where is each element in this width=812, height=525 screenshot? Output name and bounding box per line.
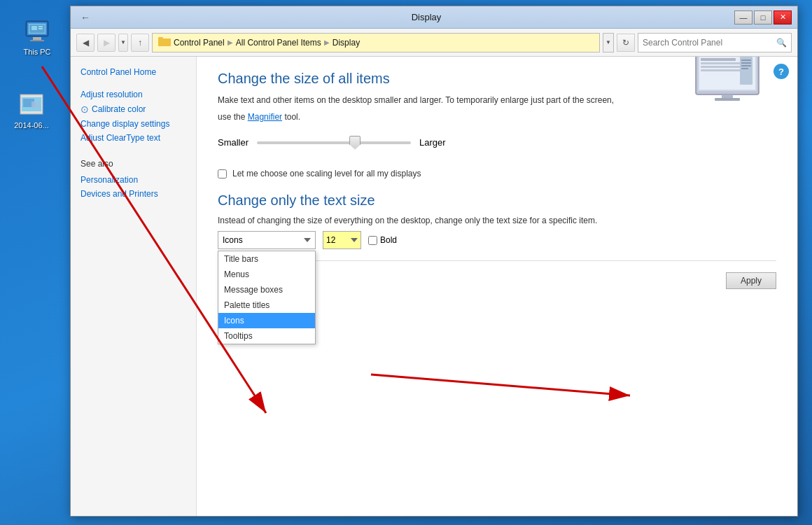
slider-max-label: Larger xyxy=(419,137,446,148)
svg-rect-14 xyxy=(158,37,163,40)
help-icon[interactable]: ? xyxy=(774,64,789,79)
scaling-checkbox-label[interactable]: Let me choose one scaling level for all … xyxy=(232,169,421,178)
content-panel: ? Change the size of all items Make text… xyxy=(197,57,797,516)
refresh-button[interactable]: ↻ xyxy=(617,34,635,52)
menu-item-icons[interactable]: Icons xyxy=(218,313,315,328)
svg-rect-12 xyxy=(31,102,40,108)
magnifier-link[interactable]: Magnifier xyxy=(248,112,282,122)
sidebar: Control Panel Home Adjust resolution ⊙ C… xyxy=(71,57,197,516)
title-bar-back[interactable]: ← xyxy=(76,8,94,27)
slider-track[interactable] xyxy=(257,141,411,144)
controls-row: Icons Title bars Menus Message boxes Pal… xyxy=(218,231,776,249)
svg-rect-8 xyxy=(38,28,43,29)
desktop-icon-this-pc[interactable]: This PC xyxy=(13,14,62,59)
sidebar-link-personalization[interactable]: Personalization xyxy=(80,173,186,187)
see-also-title: See also xyxy=(80,159,186,169)
maximize-button[interactable]: □ xyxy=(754,10,772,24)
svg-rect-24 xyxy=(741,62,751,64)
svg-rect-27 xyxy=(722,94,733,98)
slider-thumb[interactable] xyxy=(349,136,360,150)
minimize-button[interactable]: — xyxy=(734,10,752,24)
path-control-panel[interactable]: Control Panel xyxy=(174,38,225,48)
search-icon[interactable]: 🔍 xyxy=(776,38,787,48)
menu-item-title-bars[interactable]: Title bars xyxy=(218,251,315,267)
sidebar-link-devices[interactable]: Devices and Printers xyxy=(80,187,186,201)
checkbox-row: Let me choose one scaling level for all … xyxy=(218,169,776,178)
svg-rect-21 xyxy=(701,69,743,71)
address-bar: ◀ ▶ ▼ ↑ Control Panel ▶ All Control Pane… xyxy=(71,29,797,57)
apply-button[interactable]: Apply xyxy=(726,272,776,289)
svg-rect-25 xyxy=(741,65,751,66)
display-window: ← Display — □ ✕ ◀ ▶ ▼ ↑ Cont xyxy=(70,6,798,517)
svg-rect-7 xyxy=(38,26,43,27)
up-button[interactable]: ↑ xyxy=(131,34,149,52)
calibrate-icon: ⊙ xyxy=(80,104,89,115)
sidebar-see-also: See also Personalization Devices and Pri… xyxy=(71,159,196,201)
svg-rect-23 xyxy=(741,59,751,61)
scaling-checkbox[interactable] xyxy=(218,169,227,178)
bold-checkbox-row: Bold xyxy=(368,235,397,245)
font-size-dropdown[interactable]: 12 xyxy=(323,231,361,249)
section2-title: Change only the text size xyxy=(218,192,776,209)
window-controls: — □ ✕ xyxy=(734,10,792,24)
svg-rect-3 xyxy=(30,40,44,41)
screenshot-label: 2014-06... xyxy=(14,121,49,130)
menu-item-menus[interactable]: Menus xyxy=(218,267,315,282)
bold-label[interactable]: Bold xyxy=(380,235,397,245)
section2-desc: Instead of changing the size of everythi… xyxy=(218,214,776,227)
dropdown-arrow-button[interactable]: ▼ xyxy=(118,34,128,52)
menu-item-message-boxes[interactable]: Message boxes xyxy=(218,282,315,298)
screenshot-icon xyxy=(18,90,46,118)
window-title: Display xyxy=(118,12,734,22)
main-area: Control Panel Home Adjust resolution ⊙ C… xyxy=(71,57,797,516)
svg-rect-2 xyxy=(33,37,41,40)
svg-rect-26 xyxy=(741,68,748,69)
sidebar-link-home[interactable]: Control Panel Home xyxy=(71,65,196,79)
section1-desc2: use the Magnifier tool. xyxy=(218,111,776,123)
menu-item-tooltips[interactable]: Tooltips xyxy=(218,328,315,344)
path-display[interactable]: Display xyxy=(332,38,360,48)
svg-rect-28 xyxy=(715,98,740,101)
address-dropdown-button[interactable]: ▼ xyxy=(603,33,614,52)
search-input[interactable] xyxy=(643,38,774,48)
this-pc-label: This PC xyxy=(23,48,50,57)
search-box: 🔍 xyxy=(638,33,792,52)
svg-rect-18 xyxy=(701,58,736,61)
menu-item-palette-titles[interactable]: Palette titles xyxy=(218,298,315,313)
forward-button[interactable]: ▶ xyxy=(97,34,115,52)
dropdown-menu[interactable]: Title bars Menus Message boxes Palette t… xyxy=(218,251,316,344)
this-pc-icon xyxy=(23,17,51,45)
desktop-icon-screenshot[interactable]: 2014-06... xyxy=(7,88,56,133)
folder-icon xyxy=(158,36,171,48)
display-preview xyxy=(692,57,762,108)
sidebar-link-calibrate[interactable]: ⊙ Calibrate color xyxy=(71,102,196,117)
sidebar-link-display-settings[interactable]: Change display settings xyxy=(71,117,196,131)
svg-rect-20 xyxy=(701,66,746,68)
path-all-items[interactable]: All Control Panel Items xyxy=(236,38,321,48)
item-type-dropdown[interactable]: Icons xyxy=(218,231,316,249)
desktop: This PC 2014-06... ← Display — □ ✕ xyxy=(0,0,812,525)
sidebar-link-resolution[interactable]: Adjust resolution xyxy=(71,88,196,102)
back-button[interactable]: ◀ xyxy=(76,34,94,52)
svg-rect-6 xyxy=(31,26,37,30)
close-button[interactable]: ✕ xyxy=(774,10,792,24)
slider-area: Smaller Larger xyxy=(218,137,776,148)
bold-checkbox[interactable] xyxy=(368,236,377,245)
slider-min-label: Smaller xyxy=(218,137,248,148)
address-path[interactable]: Control Panel ▶ All Control Panel Items … xyxy=(152,33,600,52)
sidebar-link-cleartype[interactable]: Adjust ClearType text xyxy=(71,131,196,145)
item-type-dropdown-container: Icons Title bars Menus Message boxes Pal… xyxy=(218,231,316,249)
title-bar: ← Display — □ ✕ xyxy=(71,6,797,29)
